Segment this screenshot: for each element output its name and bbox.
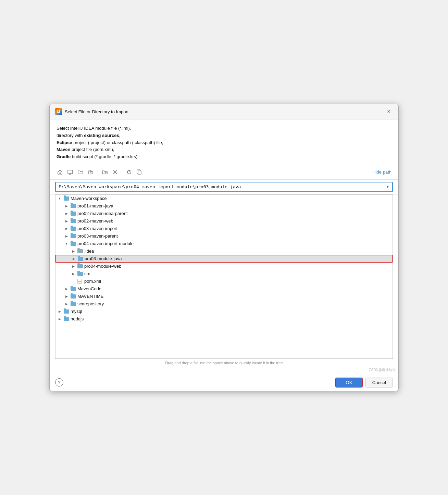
tree-item-idea[interactable]: ▶.idea: [55, 248, 393, 255]
expand-arrow[interactable]: ▶: [64, 226, 69, 231]
path-input[interactable]: [56, 182, 383, 191]
delete-button[interactable]: [110, 168, 120, 177]
tree-item-pro04-module[interactable]: ▼pro04-maven-import-module: [55, 240, 393, 248]
tree-item-pro03-import[interactable]: ▶pro03-maven-import: [55, 225, 393, 232]
tree-item-pro01[interactable]: ▶pro01-maven-java: [55, 202, 393, 210]
desc-line5-post: build script (*.gradle, *.gradle.kts).: [71, 154, 139, 159]
svg-text:</>: </>: [78, 281, 81, 283]
close-button[interactable]: ×: [385, 107, 393, 116]
expand-arrow[interactable]: ▶: [64, 233, 69, 239]
description-text: Select IntelliJ IDEA module file (*.iml)…: [50, 119, 398, 165]
folder-icon: [77, 264, 83, 268]
tree-item-scarepository[interactable]: ▶scarepository: [55, 300, 393, 308]
refresh-button[interactable]: [124, 168, 134, 177]
dialog-title: Select File or Directory to Import: [65, 109, 128, 114]
expand-arrow[interactable]: ▶: [64, 203, 69, 209]
folder-icon: [71, 212, 76, 216]
desc-line2-post: ,: [119, 133, 121, 138]
copy-button[interactable]: [135, 168, 144, 177]
folder-icon: [71, 204, 76, 208]
hide-path-button[interactable]: Hide path: [371, 169, 393, 175]
expand-arrow[interactable]: ▶: [57, 316, 62, 322]
tree-item-label: src: [84, 271, 90, 276]
svg-rect-0: [68, 170, 73, 174]
home-icon: [57, 169, 63, 175]
folder-icon: [71, 302, 76, 306]
folder-icon: [78, 257, 83, 261]
folder-icon: [64, 196, 69, 201]
path-dropdown-button[interactable]: ▼: [383, 182, 392, 191]
up-button[interactable]: [86, 168, 96, 177]
expand-arrow[interactable]: ▼: [64, 241, 69, 246]
desc-line3-bold: Eclipse: [57, 140, 72, 145]
cancel-button[interactable]: Cancel: [365, 378, 393, 388]
footer-actions: OK Cancel: [335, 378, 393, 388]
desc-line4-post: project file (pom.xml),: [70, 147, 114, 152]
svg-rect-7: [138, 171, 141, 174]
tree-item-label: pom.xml: [84, 279, 101, 284]
refresh-icon: [126, 169, 132, 175]
expand-arrow[interactable]: ▶: [71, 249, 76, 254]
folder-icon: [71, 287, 76, 291]
expand-arrow[interactable]: ▶: [71, 256, 76, 262]
new-folder-button[interactable]: [100, 168, 110, 177]
expand-arrow[interactable]: ▶: [64, 211, 69, 216]
tree-item-label: nodejs: [71, 316, 84, 321]
expand-arrow[interactable]: ▶: [64, 286, 69, 292]
expand-arrow[interactable]: ▶: [71, 271, 76, 277]
xml-file-icon: </>: [77, 279, 83, 284]
folder-icon: [71, 234, 76, 238]
tree-item-label: pro03-module-java: [85, 256, 122, 261]
tree-item-label: pro02-maven-web: [77, 218, 113, 224]
folder-gray-icon: [77, 249, 83, 253]
folder-icon: [77, 272, 83, 276]
toolbar-buttons: [55, 168, 144, 177]
folder-button[interactable]: [76, 168, 85, 177]
folder-icon: [71, 219, 76, 223]
tree-item-nodejs[interactable]: ▶nodejs: [55, 315, 393, 323]
tree-item-mysql[interactable]: ▶mysql: [55, 308, 393, 315]
help-button[interactable]: ?: [55, 378, 63, 386]
tree-item-label: pro04-maven-import-module: [77, 241, 134, 246]
tree-item-mavencode[interactable]: ▶MavenCode: [55, 285, 393, 293]
import-dialog: IJ Select File or Directory to Import × …: [49, 104, 399, 391]
path-input-container: ▼: [55, 182, 393, 192]
folder-icon: [64, 309, 69, 314]
desc-line5-bold: Gradle: [57, 154, 71, 159]
copy-icon: [137, 169, 142, 175]
tree-item-pro03-parent[interactable]: ▶pro03-maven-parent: [55, 232, 393, 240]
expand-arrow[interactable]: ▶: [64, 218, 69, 224]
folder-icon: [64, 317, 69, 321]
expand-arrow[interactable]: ▶: [64, 301, 69, 307]
tree-item-pom[interactable]: </>pom.xml: [55, 278, 393, 285]
tree-item-maventime[interactable]: ▶MAVENTIME: [55, 293, 393, 300]
new-folder-icon: [102, 169, 108, 175]
footer: ? OK Cancel: [50, 374, 398, 391]
tree-item-label: pro03-maven-import: [77, 226, 117, 231]
tree-item-src[interactable]: ▶src: [55, 270, 393, 278]
ok-button[interactable]: OK: [335, 378, 363, 388]
title-bar: IJ Select File or Directory to Import ×: [50, 104, 398, 119]
separator-2: [122, 169, 122, 176]
watermark: CSDN@魔仙结合: [50, 367, 398, 374]
tree-item-pro02-idea[interactable]: ▶pro02-maven-idea-parent: [55, 210, 393, 217]
folder-icon: [71, 294, 76, 299]
tree-item-label: pro03-maven-parent: [77, 233, 118, 239]
expand-arrow[interactable]: ▶: [71, 264, 76, 269]
desc-line2-bold: existing sources: [84, 133, 119, 138]
expand-arrow[interactable]: ▶: [64, 294, 69, 299]
tree-item-pro04-module-web[interactable]: ▶pro04-module-web: [55, 263, 393, 270]
expand-arrow[interactable]: ▶: [57, 309, 62, 314]
tree-item-label: pro02-maven-idea-parent: [77, 211, 128, 216]
title-bar-left: IJ Select File or Directory to Import: [55, 108, 128, 115]
file-tree[interactable]: ▼Maven-workspace▶pro01-maven-java▶pro02-…: [55, 194, 393, 359]
path-input-row: ▼: [50, 180, 398, 194]
drag-hint: Drag and drop a file into the space abov…: [50, 359, 398, 367]
expand-arrow[interactable]: ▼: [57, 196, 62, 201]
tree-item-pro03-module-java[interactable]: ▶pro03-module-java: [55, 255, 393, 263]
tree-item-pro02-web[interactable]: ▶pro02-maven-web: [55, 217, 393, 225]
desktop-button[interactable]: [65, 168, 75, 177]
home-button[interactable]: [55, 168, 65, 177]
desktop-icon: [67, 169, 73, 175]
tree-item-maven-workspace[interactable]: ▼Maven-workspace: [55, 195, 393, 202]
